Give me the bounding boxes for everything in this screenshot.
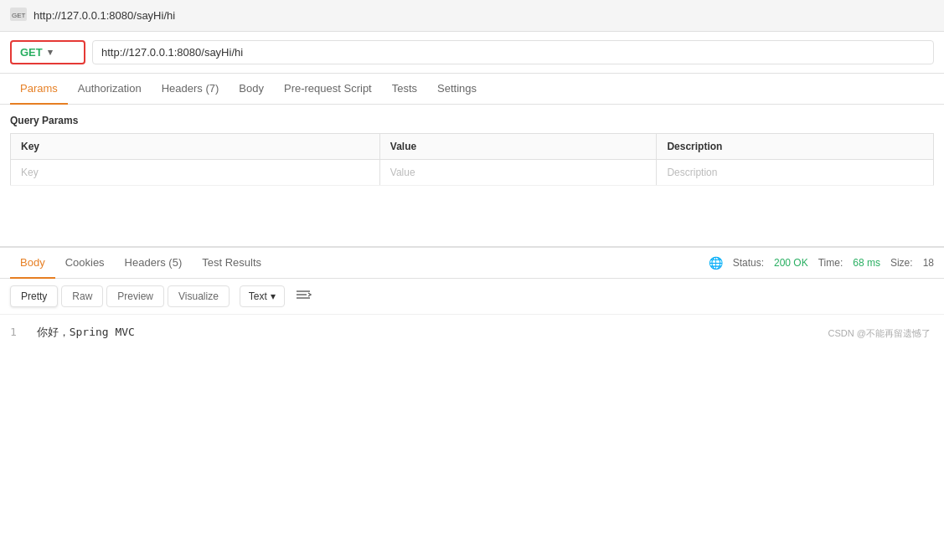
view-raw-button[interactable]: Raw bbox=[61, 285, 103, 307]
col-description: Description bbox=[657, 134, 934, 160]
method-select[interactable]: GET ▾ bbox=[10, 40, 85, 64]
url-bar: GET ▾ bbox=[0, 32, 944, 74]
section-title: Query Params bbox=[10, 115, 934, 126]
format-label: Text bbox=[249, 290, 267, 302]
top-bar-url: http://127.0.0.1:8080/sayHi/hi bbox=[34, 9, 175, 22]
col-key: Key bbox=[11, 134, 380, 160]
view-pretty-button[interactable]: Pretty bbox=[10, 285, 58, 307]
response-tab-cookies[interactable]: Cookies bbox=[55, 248, 115, 279]
svg-text:GET: GET bbox=[12, 12, 26, 19]
tab-tests[interactable]: Tests bbox=[382, 74, 427, 105]
view-preview-button[interactable]: Preview bbox=[106, 285, 164, 307]
line-number: 1 bbox=[10, 326, 17, 338]
time-value: 68 ms bbox=[853, 257, 880, 269]
response-text: 你好，Spring MVC bbox=[37, 326, 135, 338]
response-section: Body Cookies Headers (5) Test Results 🌐 … bbox=[0, 246, 944, 350]
format-select[interactable]: Text ▾ bbox=[240, 285, 285, 307]
params-table: Key Value Description Key Value Descript… bbox=[10, 133, 934, 186]
top-bar: GET http://127.0.0.1:8080/sayHi/hi bbox=[0, 0, 944, 32]
body-toolbar: Pretty Raw Preview Visualize Text ▾ bbox=[0, 279, 944, 315]
status-label: Status: bbox=[733, 257, 764, 269]
url-input[interactable] bbox=[92, 40, 934, 64]
tab-params[interactable]: Params bbox=[10, 74, 68, 105]
tab-authorization[interactable]: Authorization bbox=[68, 74, 152, 105]
status-value: 200 OK bbox=[774, 257, 808, 269]
view-visualize-button[interactable]: Visualize bbox=[168, 285, 230, 307]
tab-headers[interactable]: Headers (7) bbox=[152, 74, 230, 105]
table-row[interactable]: Key Value Description bbox=[11, 160, 934, 186]
watermark: CSDN @不能再留遗憾了 bbox=[828, 327, 931, 340]
response-tab-headers[interactable]: Headers (5) bbox=[115, 248, 193, 279]
tab-settings[interactable]: Settings bbox=[427, 74, 487, 105]
tab-body[interactable]: Body bbox=[229, 74, 274, 105]
chevron-down-icon: ▾ bbox=[48, 47, 53, 58]
request-tabs: Params Authorization Headers (7) Body Pr… bbox=[0, 74, 944, 105]
wrap-icon[interactable] bbox=[295, 288, 312, 305]
format-chevron-icon: ▾ bbox=[271, 290, 276, 302]
size-label: Size: bbox=[890, 257, 913, 269]
response-tab-test-results[interactable]: Test Results bbox=[192, 248, 271, 279]
description-cell[interactable]: Description bbox=[657, 160, 934, 186]
response-body: 1 你好，Spring MVC bbox=[0, 315, 944, 350]
tab-prerequest[interactable]: Pre-request Script bbox=[274, 74, 382, 105]
globe-icon: 🌐 bbox=[709, 256, 723, 270]
response-tab-body[interactable]: Body bbox=[10, 248, 55, 279]
status-bar: 🌐 Status: 200 OK Time: 68 ms Size: 18 bbox=[709, 256, 934, 270]
method-icon: GET bbox=[10, 8, 27, 23]
query-params-section: Query Params Key Value Description Key V… bbox=[0, 105, 944, 196]
response-tabs-bar: Body Cookies Headers (5) Test Results 🌐 … bbox=[0, 248, 944, 279]
time-label: Time: bbox=[818, 257, 843, 269]
col-value: Value bbox=[379, 134, 657, 160]
value-cell[interactable]: Value bbox=[379, 160, 657, 186]
table-header-row: Key Value Description bbox=[11, 134, 934, 160]
method-label: GET bbox=[20, 46, 43, 59]
size-value: 18 bbox=[923, 257, 934, 269]
key-cell[interactable]: Key bbox=[11, 160, 380, 186]
